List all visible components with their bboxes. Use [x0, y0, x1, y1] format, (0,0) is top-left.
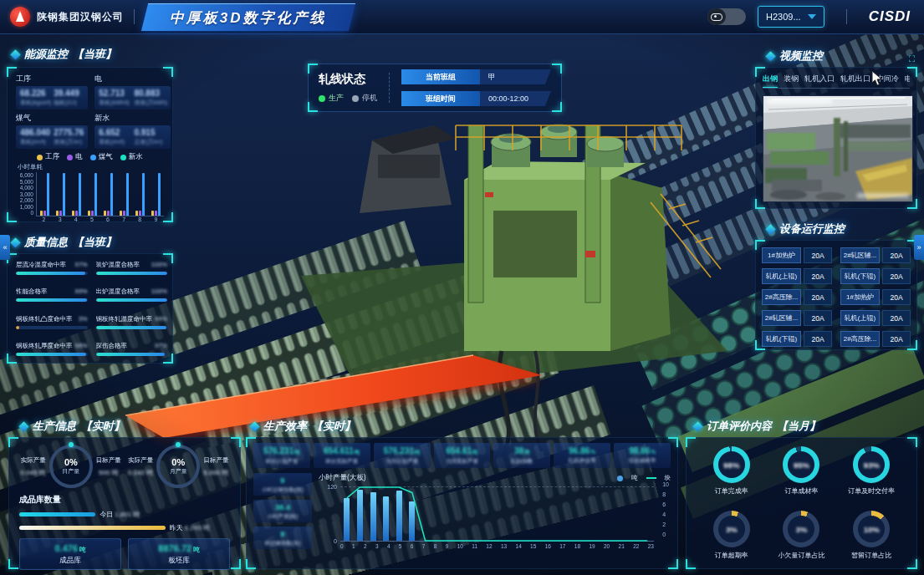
video-timestamp [767, 99, 832, 104]
y-tick: 1,000 [16, 204, 33, 210]
efficiency-panel-title: 生产效率 【实时】 [251, 419, 355, 434]
x-tick: 2 [364, 543, 367, 549]
equipment-item: 轧机(下辊) 20A [840, 268, 911, 284]
bar-group [151, 172, 161, 216]
x-tick: 20 [604, 543, 610, 549]
corner-bracket [552, 102, 562, 112]
equipment-name: 1#加热炉 [762, 247, 801, 263]
equipment-item: 轧机(上辊) 20A [840, 310, 911, 326]
x-tick: 22 [633, 543, 639, 549]
right-y-tick: 10 [662, 481, 669, 487]
equipment-current-value: 20A [882, 247, 911, 263]
energy-section: 工序 68.226 单耗(kgce/t) 39.449 能耗(GJ) [16, 73, 88, 109]
daily-output-ring: 0% 日产量 [49, 445, 93, 488]
gauge-percent: 10% [853, 511, 890, 547]
donut-ring: 10% [853, 511, 890, 547]
equipment-panel-title: 设备运行监控 [767, 221, 845, 237]
x-tick: 16 [545, 543, 551, 549]
production-panel-title: 生产信息 【实时】 [20, 419, 125, 434]
visibility-toggle[interactable] [707, 8, 746, 25]
quality-item: 钢板终轧厚度命中率 98% [16, 342, 88, 356]
quality-label: 探伤合格率 [96, 342, 128, 350]
quality-bar [16, 272, 88, 275]
header-divider [846, 9, 847, 24]
energy-chart-xaxis: 23456789 [36, 216, 164, 222]
legend-item: 煤气 [90, 152, 113, 162]
bar-group [56, 172, 65, 216]
corner-bracket [907, 67, 917, 77]
equipment-current-value: 20A [804, 310, 832, 326]
stat-card: 576.231吨 班次计划产量 [253, 443, 310, 468]
energy-value-label: 单耗(kWh/t) [99, 99, 130, 107]
quality-panel-title: 质量信息 【当班】 [12, 235, 116, 250]
quality-item: 钢板终轧温度命中率 99% [96, 315, 168, 329]
donut-ring: 93% [853, 446, 890, 483]
corner-bracket [308, 64, 318, 74]
video-tab[interactable]: 轧机出口 [840, 74, 870, 84]
energy-value-label: 单耗(kgce/t) [20, 99, 50, 107]
equipment-item: 2#高压除... 20A [840, 331, 911, 347]
energy-section: 煤气 486.040 单耗(m³/t) 2775.76 用量(万m³) [16, 112, 88, 149]
x-tick: 0 [340, 543, 344, 549]
line-status-title: 轧线状态 [319, 72, 377, 87]
stat-card: 654.61吨 当日实际产量 [434, 443, 491, 468]
equipment-name: 2#高压除... [762, 289, 801, 305]
quality-percent: 99% [155, 315, 167, 323]
status-dot [319, 95, 325, 102]
quality-label: 钢板终轧温度命中率 [96, 315, 153, 323]
quality-bar [16, 353, 88, 356]
equipment-current-value: 20A [882, 331, 911, 347]
x-tick: 8 [434, 543, 437, 549]
chevron-down-icon [808, 14, 816, 19]
heat-number-dropdown[interactable]: H2309... [758, 6, 824, 28]
video-tab[interactable]: 装钢 [784, 74, 799, 84]
orders-panel-title: 订单评价内容 【当月】 [694, 419, 820, 434]
corner-bracket [163, 354, 173, 364]
company-logo-icon [10, 7, 30, 27]
equipment-name: 轧机(上辊) [762, 268, 801, 284]
bar-group [40, 172, 49, 216]
legend-item: 新水 [120, 152, 143, 162]
cctv-video-frame[interactable] [763, 95, 913, 202]
legend-dot [90, 155, 96, 160]
video-tab[interactable]: 轧机入口 [804, 74, 835, 84]
energy-chart: 6,0005,0004,0003,0002,0001,0000 [16, 172, 164, 216]
cisdi-logo: CISDI [869, 8, 911, 25]
legend-dot [120, 155, 126, 160]
quality-label: 装炉温度合格率 [96, 261, 140, 269]
collapse-left-button[interactable]: « [0, 235, 10, 260]
diamond-icon [765, 51, 776, 62]
video-tab[interactable]: 中间冷 [876, 74, 899, 84]
quality-bar [96, 298, 168, 302]
energy-section: 电 52.713 单耗(kWh/t) 80.883 用量(万kWh) [94, 73, 170, 109]
eye-icon [707, 8, 726, 25]
side-stat-box: 9 班过钢块数(块) [253, 527, 312, 549]
hourly-chart-xaxis: 01234567891011121314151617181920212223 [340, 543, 654, 549]
corner-bracket [7, 212, 17, 222]
diamond-icon [765, 224, 776, 235]
corner-bracket [163, 212, 173, 222]
energy-value-label: 用量(万m³) [54, 138, 84, 146]
status-field-row: 班组时间 00:00-12:00 [401, 91, 551, 106]
gauge-percent: 95% [783, 446, 819, 483]
equipment-current-value: 20A [804, 289, 832, 305]
x-tick: 17 [559, 543, 565, 549]
line-status-panel: 轧线状态 生产 停机 当前班组 [308, 64, 562, 112]
equipment-item: 2#高压除... 20A [762, 289, 832, 305]
equipment-item: 1#加热炉 20A [762, 247, 832, 263]
expand-icon[interactable]: ⛶ [909, 54, 915, 64]
equipment-current-value: 20A [804, 331, 832, 347]
quality-item: 探伤合格率 97% [96, 342, 168, 356]
quality-bar [96, 353, 168, 356]
x-tick: 5 [399, 543, 402, 549]
quality-label: 性能合格率 [16, 288, 48, 296]
video-tabs: 出钢装钢轧机入口轧机出口中间冷电加热 [763, 74, 910, 89]
order-gauge: 95% 订单成材率 [783, 446, 819, 496]
collapse-right-button[interactable]: » [914, 235, 924, 260]
corner-bracket [8, 559, 18, 569]
legend-dot [37, 155, 43, 160]
donut-ring: 98% [713, 446, 750, 483]
corner-bracket [907, 559, 917, 569]
x-tick: 14 [516, 543, 522, 549]
heat-number-value: H2309... [766, 12, 801, 22]
